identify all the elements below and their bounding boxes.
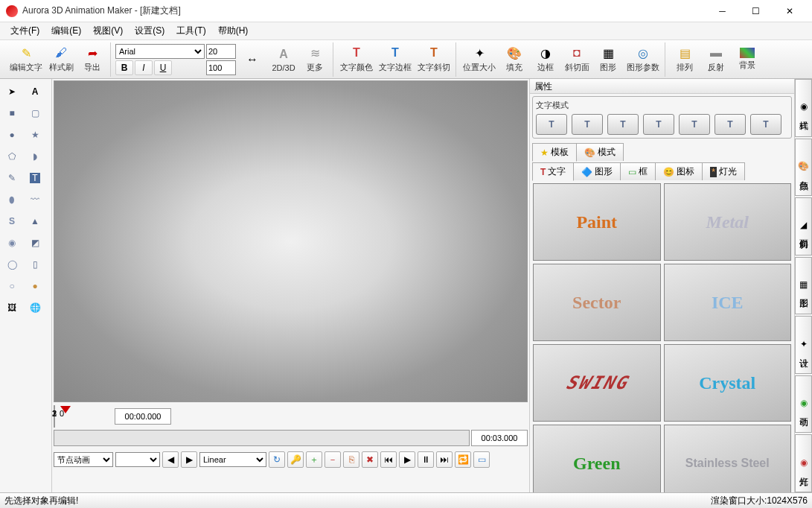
italic-button[interactable]: I xyxy=(135,60,153,75)
subtab-text[interactable]: T文字 xyxy=(532,162,574,181)
font-size-1[interactable] xyxy=(206,44,236,59)
text-a-button[interactable]: A2D/3D xyxy=(269,43,298,76)
background-button[interactable]: 背景 xyxy=(732,43,762,76)
font-size-2[interactable] xyxy=(206,60,236,75)
anim-preset-select[interactable] xyxy=(115,452,160,467)
text-mode-2[interactable]: T xyxy=(572,114,603,135)
tab-mode[interactable]: 🎨模式 xyxy=(576,143,624,161)
template-green[interactable]: Green xyxy=(533,425,661,492)
subtab-icon[interactable]: 😊图标 xyxy=(655,162,703,180)
tool-pointer[interactable]: ➤ xyxy=(1,82,22,101)
kerning-button[interactable]: ↔ xyxy=(237,43,267,76)
reflect-button[interactable]: ▬反射 xyxy=(701,43,731,76)
prev-key-button[interactable]: ◀ xyxy=(162,451,179,468)
sidetab-design[interactable]: ✦设计 xyxy=(795,316,812,374)
menu-tools[interactable]: 工具(T) xyxy=(170,23,211,39)
template-stainless[interactable]: Stainless Steel xyxy=(664,425,792,492)
tool-roundrect[interactable]: ▢ xyxy=(25,104,45,123)
bold-button[interactable]: B xyxy=(115,60,133,75)
tool-pentagon[interactable]: ⬠ xyxy=(1,147,22,166)
style-brush-button[interactable]: 🖌样式刷 xyxy=(46,43,76,76)
close-button[interactable]: ✕ xyxy=(773,0,806,22)
subtab-shape[interactable]: 🔷图形 xyxy=(573,162,621,180)
tool-circle[interactable]: ● xyxy=(1,125,22,145)
tool-ring[interactable]: ○ xyxy=(1,276,22,296)
tool-cube[interactable]: ◩ xyxy=(25,233,45,253)
subtab-light[interactable]: *灯光 xyxy=(702,162,745,180)
loop-button[interactable]: 🔁 xyxy=(455,451,471,468)
minimize-button[interactable]: ─ xyxy=(706,0,739,22)
text-border-button[interactable]: T文字边框 xyxy=(377,43,414,76)
template-swing[interactable]: SWING xyxy=(533,344,661,422)
tool-ball[interactable]: ● xyxy=(25,276,45,296)
tool-image[interactable]: 🖼 xyxy=(1,298,22,317)
menu-file[interactable]: 文件(F) xyxy=(4,23,45,39)
remove-key-button[interactable]: － xyxy=(325,451,341,468)
pause-button[interactable]: ⏸ xyxy=(418,451,434,468)
tool-tube[interactable]: ▯ xyxy=(25,255,45,274)
timeline-ruler[interactable]: 0 1 2 3 xyxy=(54,405,55,428)
template-crystal[interactable]: Crystal xyxy=(664,344,792,422)
template-paint[interactable]: Paint xyxy=(533,183,661,261)
border-button[interactable]: ◑边框 xyxy=(531,43,560,76)
subtab-frame[interactable]: ▭框 xyxy=(620,162,656,180)
tool-star[interactable]: ★ xyxy=(25,125,45,145)
copy-key-button[interactable]: ⎘ xyxy=(343,451,359,468)
tool-text[interactable]: A xyxy=(25,82,45,101)
template-ice[interactable]: ICE xyxy=(664,264,792,341)
menu-help[interactable]: 帮助(H) xyxy=(212,23,255,39)
menu-view[interactable]: 视图(V) xyxy=(87,23,129,39)
maximize-button[interactable]: ☐ xyxy=(739,0,773,22)
text-mode-5[interactable]: T xyxy=(679,114,710,135)
underline-button[interactable]: U xyxy=(154,60,172,75)
preview-button[interactable]: ▭ xyxy=(473,451,490,468)
menu-edit[interactable]: 编辑(E) xyxy=(45,23,87,39)
more-button[interactable]: ≋更多 xyxy=(300,43,330,76)
sidetab-anim[interactable]: ◉动画 xyxy=(795,375,812,434)
next-key-button[interactable]: ▶ xyxy=(181,451,197,468)
arrange-button[interactable]: ▤排列 xyxy=(670,43,700,76)
text-color-button[interactable]: T文字颜色 xyxy=(338,43,375,76)
tool-freehand[interactable]: 〰 xyxy=(25,190,45,209)
sidetab-color[interactable]: 🎨颜色 xyxy=(795,139,812,197)
text-bevel-button[interactable]: T文字斜切 xyxy=(415,43,453,76)
canvas-viewport[interactable] xyxy=(54,80,528,402)
shape-params-button[interactable]: ◎图形参数 xyxy=(624,43,662,76)
refresh-button[interactable]: ↻ xyxy=(269,451,285,468)
sidetab-bevel[interactable]: ◢斜切面 xyxy=(795,197,812,255)
tool-banner[interactable]: ◗ xyxy=(25,147,45,166)
go-start-button[interactable]: ⏮ xyxy=(380,451,397,468)
tool-rect[interactable]: ■ xyxy=(1,104,22,123)
text-mode-7[interactable]: T xyxy=(750,114,781,135)
sidetab-shape[interactable]: ▦图形 xyxy=(795,257,812,315)
add-key-button[interactable]: ＋ xyxy=(306,451,322,468)
tool-cylinder[interactable]: ⬮ xyxy=(1,190,22,209)
curve-select[interactable]: Linear xyxy=(199,452,266,467)
sidetab-light[interactable]: ◉灯光 xyxy=(795,434,812,492)
key-button[interactable]: 🔑 xyxy=(287,451,304,468)
template-sector[interactable]: Sector xyxy=(533,264,661,341)
text-mode-3[interactable]: T xyxy=(607,114,639,135)
delete-key-button[interactable]: ✖ xyxy=(362,451,378,468)
anim-type-select[interactable]: 节点动画 xyxy=(54,452,113,467)
text-mode-4[interactable]: T xyxy=(643,114,674,135)
go-end-button[interactable]: ⏭ xyxy=(436,451,453,468)
tool-text3d[interactable]: T xyxy=(25,168,45,188)
menu-settings[interactable]: 设置(S) xyxy=(129,23,170,39)
fill-button[interactable]: 🎨填充 xyxy=(499,43,529,76)
tool-torus[interactable]: ◯ xyxy=(1,255,22,274)
tool-cone[interactable]: ▲ xyxy=(25,212,45,231)
shape-button[interactable]: ▦图形 xyxy=(593,43,623,76)
tool-pen[interactable]: ✎ xyxy=(1,168,22,188)
tab-template[interactable]: ★模板 xyxy=(532,143,577,162)
export-button[interactable]: ➦导出 xyxy=(77,43,107,76)
play-button[interactable]: ▶ xyxy=(399,451,415,468)
bevel-button[interactable]: ◘斜切面 xyxy=(562,43,592,76)
tool-sphere[interactable]: ◉ xyxy=(1,233,22,253)
pos-size-button[interactable]: ✦位置大小 xyxy=(461,43,498,76)
edit-text-button[interactable]: ✎编辑文字 xyxy=(7,43,45,76)
timeline-track[interactable] xyxy=(54,430,470,446)
tool-s[interactable]: S xyxy=(1,212,22,231)
sidetab-style[interactable]: ◉样式 xyxy=(795,79,812,137)
font-select[interactable]: Arial xyxy=(115,44,205,59)
